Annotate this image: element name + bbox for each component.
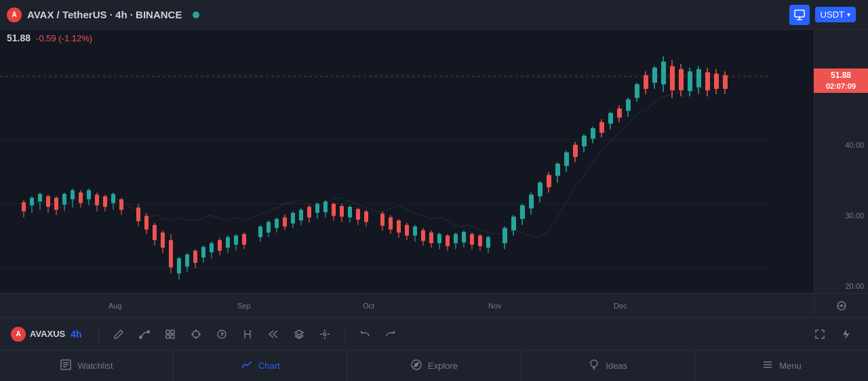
chart-area: tv AVAXUS ETHUSDT ⚡ xyxy=(0,30,770,317)
svg-rect-70 xyxy=(283,218,287,226)
price-info: 51.88 -0.59 (-1.12%) xyxy=(0,30,99,46)
current-price-time: 02:07:09 xyxy=(818,81,864,92)
currency-button[interactable]: USDT ▾ xyxy=(815,7,856,22)
svg-rect-36 xyxy=(136,207,140,221)
svg-rect-108 xyxy=(446,235,450,246)
toolbar-redo-button[interactable] xyxy=(379,323,402,346)
candlestick-chart xyxy=(0,30,770,317)
svg-rect-96 xyxy=(397,220,401,233)
tv-icon-button[interactable] xyxy=(789,5,810,25)
svg-rect-148 xyxy=(626,100,631,111)
svg-rect-82 xyxy=(332,204,336,216)
svg-rect-177 xyxy=(166,330,170,334)
svg-rect-180 xyxy=(171,335,174,338)
svg-rect-142 xyxy=(599,122,604,133)
price-level-2: 30.00 xyxy=(845,212,864,220)
toolbar-trendline-button[interactable] xyxy=(133,323,156,346)
separator: · xyxy=(110,9,115,20)
svg-rect-128 xyxy=(538,182,542,196)
toolbar-replay-button[interactable] xyxy=(210,323,233,346)
svg-rect-46 xyxy=(177,258,181,273)
menu-icon xyxy=(762,359,774,374)
time-label-sep: Sep xyxy=(237,302,251,310)
svg-rect-122 xyxy=(511,217,516,230)
bottom-toolbar: A AVAXUS 4h xyxy=(0,317,868,350)
svg-rect-48 xyxy=(185,254,189,266)
bottom-nav: Watchlist Chart Explore Ideas xyxy=(0,350,868,381)
svg-rect-162 xyxy=(688,71,692,91)
toolbar-fullscreen-button[interactable] xyxy=(808,323,831,346)
svg-rect-84 xyxy=(340,206,344,217)
toolbar-separator-1 xyxy=(98,325,99,344)
svg-rect-62 xyxy=(242,234,246,245)
time-axis: Aug Sep Oct Nov Dec xyxy=(0,293,814,317)
toolbar-rewind-button[interactable] xyxy=(262,323,285,346)
currency-chevron: ▾ xyxy=(847,11,850,18)
toolbar-crosshair-button[interactable] xyxy=(184,323,208,346)
toolbar-timeframe[interactable]: 4h xyxy=(71,329,81,340)
svg-rect-94 xyxy=(389,218,393,230)
price-level-3: 40.00 xyxy=(845,141,864,149)
svg-rect-164 xyxy=(696,69,701,87)
toolbar-pencil-button[interactable] xyxy=(107,323,130,346)
nav-item-watchlist[interactable]: Watchlist xyxy=(0,350,174,381)
currency-label: USDT xyxy=(821,9,844,20)
nav-item-ideas[interactable]: Ideas xyxy=(521,350,695,381)
symbol-name: AVAX / TetherUS xyxy=(27,9,107,20)
svg-rect-118 xyxy=(486,237,490,248)
nav-item-explore[interactable]: Explore xyxy=(347,350,521,381)
svg-rect-34 xyxy=(119,199,123,210)
nav-item-chart[interactable]: Chart xyxy=(174,350,347,381)
toolbar-layers-button[interactable] xyxy=(288,323,311,346)
svg-rect-16 xyxy=(46,196,50,207)
svg-rect-124 xyxy=(520,205,525,219)
current-price-value: 51.88 xyxy=(818,70,864,81)
nav-label-explore: Explore xyxy=(428,361,458,371)
svg-rect-134 xyxy=(564,153,569,166)
toolbar-logo-letter: A xyxy=(16,330,20,338)
svg-rect-28 xyxy=(95,195,99,205)
time-label-aug: Aug xyxy=(108,302,122,310)
svg-rect-44 xyxy=(169,240,173,267)
svg-rect-102 xyxy=(421,230,425,241)
svg-rect-116 xyxy=(478,235,482,246)
svg-rect-175 xyxy=(140,336,142,338)
svg-rect-0 xyxy=(795,10,804,17)
time-axis-calendar-button[interactable] xyxy=(814,293,868,317)
price-current: 51.88 xyxy=(7,33,31,43)
svg-rect-168 xyxy=(714,74,719,89)
svg-rect-58 xyxy=(226,237,230,248)
svg-rect-132 xyxy=(555,163,560,176)
svg-rect-160 xyxy=(679,69,684,90)
nav-item-menu[interactable]: Menu xyxy=(695,350,868,381)
svg-rect-60 xyxy=(234,235,238,244)
svg-rect-170 xyxy=(723,75,728,89)
price-change: -0.59 (-1.12%) xyxy=(36,33,92,43)
toolbar-flash-button[interactable] xyxy=(834,323,857,346)
nav-label-watchlist: Watchlist xyxy=(77,361,113,371)
svg-rect-14 xyxy=(38,194,42,201)
svg-point-192 xyxy=(323,333,326,336)
svg-rect-152 xyxy=(644,75,648,89)
price-level-1: 20.00 xyxy=(845,282,864,290)
svg-rect-154 xyxy=(652,68,657,83)
svg-marker-202 xyxy=(414,363,418,367)
toolbar-measure-button[interactable] xyxy=(236,323,259,346)
svg-rect-138 xyxy=(582,136,587,146)
svg-rect-104 xyxy=(429,233,433,243)
svg-rect-178 xyxy=(171,330,174,334)
svg-rect-114 xyxy=(470,234,474,245)
svg-rect-110 xyxy=(454,234,458,243)
svg-rect-150 xyxy=(635,84,639,98)
toolbar-settings-button[interactable] xyxy=(313,323,336,346)
svg-rect-74 xyxy=(299,210,303,221)
toolbar-indicators-button[interactable] xyxy=(159,323,182,346)
svg-rect-22 xyxy=(71,190,75,199)
svg-rect-56 xyxy=(218,240,222,251)
svg-rect-64 xyxy=(258,226,262,237)
svg-rect-32 xyxy=(111,194,115,203)
toolbar-undo-button[interactable] xyxy=(353,323,376,346)
svg-point-174 xyxy=(844,305,845,306)
toolbar-symbol-name: AVAXUS xyxy=(30,329,65,339)
watchlist-icon xyxy=(60,359,72,374)
